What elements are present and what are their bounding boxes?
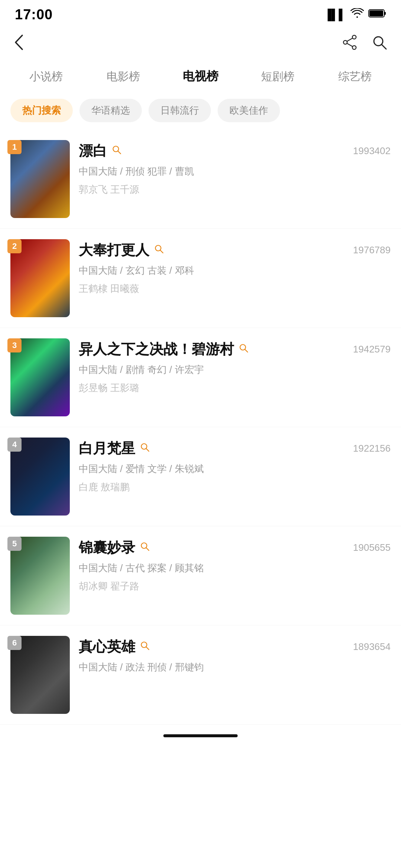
svg-line-21	[146, 647, 149, 650]
home-indicator	[163, 734, 238, 737]
svg-line-9	[382, 45, 386, 49]
tab-variety[interactable]: 综艺榜	[316, 65, 394, 88]
share-icon[interactable]	[342, 34, 358, 54]
item-cast: 胡冰卿 翟子路	[79, 580, 391, 593]
battery-icon	[368, 9, 386, 21]
tab-bar: 小说榜电影榜电视榜短剧榜综艺榜	[0, 62, 401, 93]
item-title-row: 大奉打更人 1976789	[79, 241, 391, 260]
filter-western[interactable]: 欧美佳作	[218, 99, 280, 122]
rank-badge: 2	[7, 239, 22, 253]
item-meta: 中国大陆 / 古代 探案 / 顾其铭	[79, 561, 391, 575]
svg-line-17	[146, 449, 149, 451]
list-item[interactable]: 3 异人之下之决战！碧游村 1942579 中国大陆 / 剧情 奇幻 / 许宏宇	[0, 328, 401, 427]
item-count: 1922156	[353, 443, 391, 454]
item-count: 1993402	[353, 145, 391, 157]
rank-badge: 1	[7, 140, 22, 154]
list-item[interactable]: 6 真心英雄 1893654 中国大陆 / 政法 刑侦 / 邢键钧	[0, 625, 401, 725]
item-title-left: 真心英雄	[79, 637, 150, 656]
item-title-left: 白月梵星	[79, 439, 150, 458]
rank-badge: 5	[7, 537, 22, 551]
svg-point-4	[343, 40, 347, 44]
list-item[interactable]: 1 漂白 1993402 中国大陆 / 刑侦 犯罪 / 曹凯 郭京飞 王千源	[0, 130, 401, 229]
item-count: 1905655	[353, 542, 391, 553]
rank-badge: 3	[7, 338, 22, 352]
tab-short[interactable]: 短剧榜	[239, 65, 316, 88]
filter-korean[interactable]: 日韩流行	[149, 99, 211, 122]
item-title-left: 漂白	[79, 142, 122, 160]
svg-line-6	[347, 38, 352, 41]
item-info: 漂白 1993402 中国大陆 / 刑侦 犯罪 / 曹凯 郭京飞 王千源	[70, 140, 391, 196]
item-title-row: 漂白 1993402	[79, 142, 391, 160]
item-search-icon[interactable]	[238, 343, 249, 356]
item-info: 白月梵星 1922156 中国大陆 / 爱情 文学 / 朱锐斌 白鹿 敖瑞鹏	[70, 438, 391, 494]
svg-line-15	[245, 350, 248, 352]
item-count: 1893654	[353, 641, 391, 653]
item-info: 真心英雄 1893654 中国大陆 / 政法 刑侦 / 邢键钧	[70, 636, 391, 679]
list-item[interactable]: 4 白月梵星 1922156 中国大陆 / 爱情 文学 / 朱锐斌 白鹿 敖	[0, 427, 401, 526]
item-title-row: 锦囊妙录 1905655	[79, 538, 391, 557]
item-title-left: 异人之下之决战！碧游村	[79, 340, 249, 359]
svg-line-19	[146, 548, 149, 550]
item-title-row: 白月梵星 1922156	[79, 439, 391, 458]
svg-line-7	[347, 43, 352, 46]
item-meta: 中国大陆 / 玄幻 古装 / 邓科	[79, 263, 391, 278]
list-item[interactable]: 2 大奉打更人 1976789 中国大陆 / 玄幻 古装 / 邓科 王鹤棣	[0, 229, 401, 328]
item-cast: 郭京飞 王千源	[79, 183, 391, 196]
tab-movie[interactable]: 电影榜	[85, 65, 162, 88]
tab-novel[interactable]: 小说榜	[7, 65, 85, 88]
svg-point-5	[352, 46, 356, 49]
search-icon[interactable]	[371, 34, 388, 54]
status-icons: ▐▌▌	[324, 8, 386, 21]
filter-hot[interactable]: 热门搜索	[10, 99, 73, 122]
item-meta: 中国大陆 / 刑侦 犯罪 / 曹凯	[79, 164, 391, 179]
item-title-left: 大奉打更人	[79, 241, 164, 260]
item-meta: 中国大陆 / 剧情 奇幻 / 许宏宇	[79, 363, 391, 377]
svg-rect-2	[369, 10, 383, 16]
list-item[interactable]: 5 锦囊妙录 1905655 中国大陆 / 古代 探案 / 顾其铭 胡冰卿	[0, 526, 401, 625]
item-search-icon[interactable]	[140, 640, 150, 653]
header-nav	[0, 26, 401, 62]
back-button[interactable]	[13, 34, 24, 54]
nav-right	[342, 34, 388, 54]
filter-chinese[interactable]: 华语精选	[79, 99, 142, 122]
item-search-icon[interactable]	[111, 144, 122, 157]
item-info: 锦囊妙录 1905655 中国大陆 / 古代 探案 / 顾其铭 胡冰卿 翟子路	[70, 537, 391, 593]
item-search-icon[interactable]	[154, 244, 164, 257]
item-meta: 中国大陆 / 政法 刑侦 / 邢键钧	[79, 660, 391, 674]
item-title-left: 锦囊妙录	[79, 538, 150, 557]
item-title: 锦囊妙录	[79, 538, 135, 557]
svg-point-3	[352, 35, 356, 39]
item-title: 真心英雄	[79, 637, 135, 656]
item-cast: 彭昱畅 王影璐	[79, 381, 391, 394]
item-count: 1976789	[353, 244, 391, 256]
item-cast: 王鹤棣 田曦薇	[79, 282, 391, 295]
item-meta: 中国大陆 / 爱情 文学 / 朱锐斌	[79, 462, 391, 476]
wifi-icon	[351, 8, 364, 21]
svg-rect-1	[384, 12, 386, 15]
status-time: 17:00	[15, 7, 53, 23]
item-info: 异人之下之决战！碧游村 1942579 中国大陆 / 剧情 奇幻 / 许宏宇 彭…	[70, 338, 391, 394]
item-search-icon[interactable]	[140, 442, 150, 455]
svg-line-13	[160, 250, 163, 253]
item-cast: 白鹿 敖瑞鹏	[79, 481, 391, 494]
item-search-icon[interactable]	[140, 541, 150, 554]
item-title-row: 真心英雄 1893654	[79, 637, 391, 656]
item-title: 异人之下之决战！碧游村	[79, 340, 234, 359]
signal-icon: ▐▌▌	[324, 9, 346, 21]
item-title: 白月梵星	[79, 439, 135, 458]
tab-tv[interactable]: 电视榜	[162, 65, 239, 88]
item-info: 大奉打更人 1976789 中国大陆 / 玄幻 古装 / 邓科 王鹤棣 田曦薇	[70, 239, 391, 295]
content-list: 1 漂白 1993402 中国大陆 / 刑侦 犯罪 / 曹凯 郭京飞 王千源	[0, 130, 401, 725]
item-title: 漂白	[79, 142, 107, 160]
status-bar: 17:00 ▐▌▌	[0, 0, 401, 26]
item-title-row: 异人之下之决战！碧游村 1942579	[79, 340, 391, 359]
item-title: 大奉打更人	[79, 241, 149, 260]
item-count: 1942579	[353, 344, 391, 355]
rank-badge: 6	[7, 636, 22, 650]
filter-bar: 热门搜索华语精选日韩流行欧美佳作	[0, 93, 401, 130]
rank-badge: 4	[7, 438, 22, 452]
bottom-bar	[0, 725, 401, 747]
svg-line-11	[118, 151, 121, 154]
